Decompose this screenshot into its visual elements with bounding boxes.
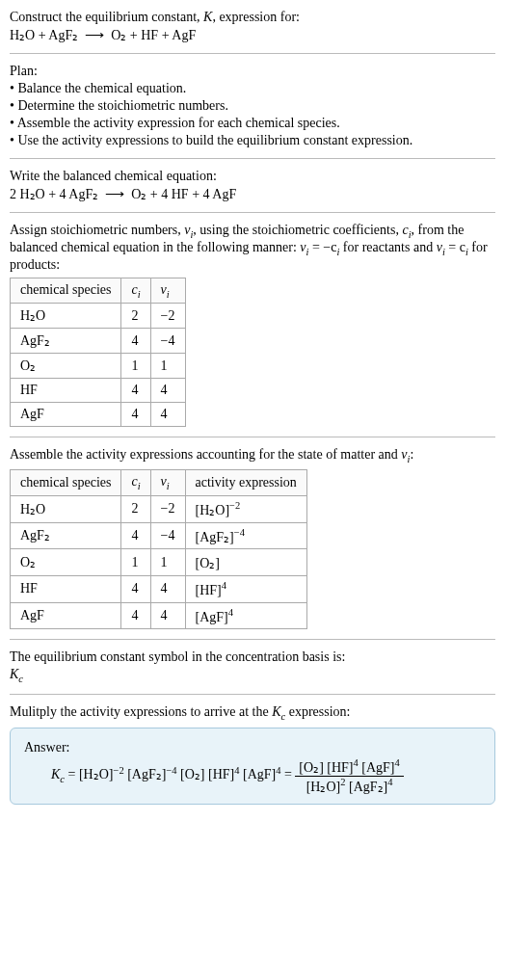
colon: : [410,447,413,462]
multiply-block: Mulitply the activity expressions to arr… [10,704,495,722]
cell-species: O₂ [11,549,121,576]
table-header-row: chemical species ci νi activity expressi… [11,470,307,496]
stoich-table: chemical species ci νi H₂O2−2 AgF₂4−4 O₂… [10,278,186,428]
eq: = [65,767,79,781]
intro-text-b: , expression for: [212,10,300,24]
cell-ci: 2 [121,495,150,522]
table-row: HF44[HF]4 [11,575,307,602]
rel1-end: for reactants and [339,240,436,254]
divider [10,212,495,213]
rel1: = −c [308,240,336,254]
act-base: [O₂] [196,556,220,570]
numerator: [O₂] [HF]4 [AgF]4 [295,757,403,777]
act-base: [HF] [196,583,222,597]
act-exp: −4 [234,527,245,538]
intro-block: Construct the equilibrium constant, K, e… [10,10,495,43]
cell-species: AgF [11,602,121,629]
exp: −2 [113,765,123,776]
cell-activity: [AgF₂]−4 [185,522,306,549]
cell-nui: −4 [150,522,185,549]
cell-species: HF [11,379,121,403]
rel2: = c [445,240,465,254]
table-row: H₂O2−2[H₂O]−2 [11,495,307,522]
plan-item: • Balance the chemical equation. [10,81,495,96]
plan-heading: Plan: [10,64,495,79]
cell-ci: 4 [121,403,150,427]
exp: −4 [166,765,176,776]
cell-species: HF [11,575,121,602]
eq: = [280,767,295,781]
eq-rhs: O₂ + HF + AgF [111,28,196,42]
cell-species: AgF₂ [11,329,121,354]
cell-ci: 4 [121,329,150,354]
cell-ci: 4 [121,522,150,549]
eq-lhs: H₂O + AgF₂ [10,28,78,42]
term: [O₂] [180,767,204,781]
balanced-block: Write the balanced chemical equation: 2 … [10,169,495,202]
th-nui: νi [150,470,185,496]
table-row: O₂11[O₂] [11,549,307,576]
table-row: HF44 [11,379,186,403]
fraction: [O₂] [HF]4 [AgF]4 [H₂O]2 [AgF₂]4 [295,757,403,794]
term: [HF] [208,767,234,781]
exp: 4 [387,777,392,787]
term: [AgF] [243,767,276,781]
act-base: [AgF] [196,609,228,623]
mult-a: Mulitply the activity expressions to arr… [10,704,272,719]
cell-species: O₂ [11,354,121,379]
cell-nui: 4 [150,379,185,403]
assemble-a: Assemble the activity expressions accoun… [10,447,401,462]
exp: 4 [234,765,239,776]
divider [10,639,495,640]
cell-species: H₂O [11,495,121,522]
kc-text: The equilibrium constant symbol in the c… [10,649,495,665]
sub-i: i [138,481,141,491]
term: [H₂O] [306,779,341,793]
cell-species: H₂O [11,304,121,329]
sub-i: i [167,288,170,299]
balanced-equation: 2 H₂O + 4 AgF₂ ⟶ O₂ + 4 HF + 4 AgF [10,186,495,202]
th-ci: ci [121,470,150,496]
mult-b: expression: [285,704,350,719]
table-header-row: chemical species ci νi [11,278,186,304]
th-activity: activity expression [185,470,306,496]
cell-nui: −4 [150,329,185,354]
cell-activity: [HF]4 [185,575,306,602]
unbalanced-equation: H₂O + AgF₂ ⟶ O₂ + HF + AgF [10,27,495,43]
cell-ci: 4 [121,379,150,403]
k-symbol: K [203,10,212,24]
cell-species: AgF [11,403,121,427]
term: [AgF₂] [349,779,387,793]
term: [O₂] [299,760,323,775]
cell-activity: [H₂O]−2 [185,495,306,522]
plan-block: Plan: • Balance the chemical equation. •… [10,64,495,148]
divider [10,53,495,54]
cell-ci: 4 [121,575,150,602]
th-nui: νi [150,278,185,304]
term: [AgF₂] [127,767,166,781]
divider [10,158,495,159]
act-base: [AgF₂] [196,529,234,543]
intro-text-a: Construct the equilibrium constant, [10,10,203,24]
divider [10,437,495,437]
table-row: AgF₂4−4[AgF₂]−4 [11,522,307,549]
cell-nui: 4 [150,575,185,602]
arrow-icon: ⟶ [85,28,104,42]
cell-nui: 4 [150,403,185,427]
sub-i: i [138,288,141,299]
denominator: [H₂O]2 [AgF₂]4 [295,777,403,795]
cell-ci: 1 [121,549,150,576]
table-row: AgF₂4−4 [11,329,186,354]
table-row: H₂O2−2 [11,304,186,329]
table-row: AgF44 [11,403,186,427]
answer-formula: Kc = [H₂O]−2 [AgF₂]−4 [O₂] [HF]4 [AgF]4 … [51,757,481,794]
exp: 4 [354,757,359,768]
kc-symbol: Kc [10,667,495,684]
th-ci: ci [121,278,150,304]
answer-label: Answer: [24,740,481,755]
assign-a: Assign stoichiometric numbers, [10,223,184,237]
cell-nui: −2 [150,495,185,522]
term: [HF] [327,760,353,775]
table-row: O₂11 [11,354,186,379]
cell-nui: −2 [150,304,185,329]
